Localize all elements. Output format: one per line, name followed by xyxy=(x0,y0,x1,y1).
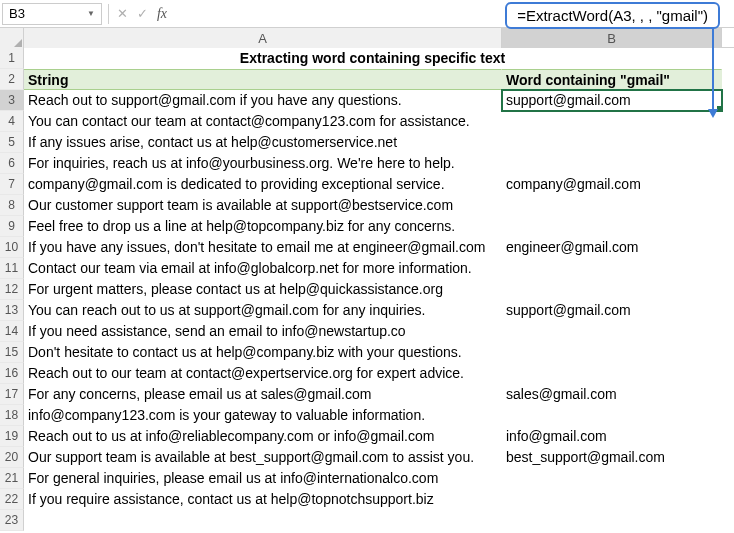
row-header[interactable]: 19 xyxy=(0,426,24,447)
cell[interactable]: For any concerns, please email us at sal… xyxy=(24,384,502,405)
row-header[interactable]: 14 xyxy=(0,321,24,342)
table-row: 23 xyxy=(0,510,734,531)
active-cell[interactable]: support@gmail.com xyxy=(502,90,722,111)
cell[interactable]: Contact our team via email at info@globa… xyxy=(24,258,502,279)
row-header[interactable]: 17 xyxy=(0,384,24,405)
column-header-b[interactable]: B xyxy=(502,28,722,48)
cell[interactable]: company@gmail.com xyxy=(502,174,722,195)
row-header[interactable]: 15 xyxy=(0,342,24,363)
row-header[interactable]: 18 xyxy=(0,405,24,426)
cell[interactable]: Feel free to drop us a line at help@topc… xyxy=(24,216,502,237)
row-header[interactable]: 4 xyxy=(0,111,24,132)
row-header[interactable]: 20 xyxy=(0,447,24,468)
column-headers: A B xyxy=(0,28,734,48)
cell[interactable] xyxy=(502,363,722,384)
row-header[interactable]: 11 xyxy=(0,258,24,279)
table-row: 5 If any issues arise, contact us at hel… xyxy=(0,132,734,153)
table-row: 16 Reach out to our team at contact@expe… xyxy=(0,363,734,384)
row-header[interactable]: 10 xyxy=(0,237,24,258)
cell[interactable]: For urgent matters, please contact us at… xyxy=(24,279,502,300)
cell[interactable]: You can reach out to us at support@gmail… xyxy=(24,300,502,321)
cell[interactable] xyxy=(502,489,722,510)
cell[interactable] xyxy=(502,321,722,342)
cell[interactable] xyxy=(502,195,722,216)
cell[interactable]: For inquiries, reach us at info@yourbusi… xyxy=(24,153,502,174)
row-header[interactable]: 13 xyxy=(0,300,24,321)
table-row: 9 Feel free to drop us a line at help@to… xyxy=(0,216,734,237)
table-row: 20 Our support team is available at best… xyxy=(0,447,734,468)
row-header[interactable]: 22 xyxy=(0,489,24,510)
cell[interactable]: company@gmail.com is dedicated to provid… xyxy=(24,174,502,195)
enter-formula-button[interactable]: ✓ xyxy=(132,3,152,25)
table-row: 6 For inquiries, reach us at info@yourbu… xyxy=(0,153,734,174)
select-all-corner[interactable] xyxy=(0,28,24,48)
cell[interactable]: If you need assistance, send an email to… xyxy=(24,321,502,342)
row-header[interactable]: 7 xyxy=(0,174,24,195)
cell[interactable]: engineer@gmail.com xyxy=(502,237,722,258)
table-row: 18 info@company123.com is your gateway t… xyxy=(0,405,734,426)
cell[interactable] xyxy=(502,258,722,279)
cell[interactable] xyxy=(24,510,502,531)
row-header[interactable]: 1 xyxy=(0,48,24,69)
cancel-formula-button[interactable]: ✕ xyxy=(112,3,132,25)
cell[interactable]: For general inquiries, please email us a… xyxy=(24,468,502,489)
cell[interactable]: best_support@gmail.com xyxy=(502,447,722,468)
row-header[interactable]: 16 xyxy=(0,363,24,384)
name-box-value: B3 xyxy=(9,6,25,21)
title-cell[interactable]: Extracting word containing specific text xyxy=(24,48,722,69)
cell[interactable] xyxy=(502,153,722,174)
row-header[interactable]: 3 xyxy=(0,90,24,111)
cell[interactable] xyxy=(502,279,722,300)
row-header[interactable]: 12 xyxy=(0,279,24,300)
header-cell-result[interactable]: Word containing "gmail" xyxy=(502,69,722,90)
cell[interactable] xyxy=(502,132,722,153)
cell[interactable] xyxy=(502,111,722,132)
cell[interactable]: support@gmail.com xyxy=(502,300,722,321)
table-row: 19 Reach out to us at info@reliablecompa… xyxy=(0,426,734,447)
cell[interactable]: Don't hesitate to contact us at help@com… xyxy=(24,342,502,363)
cell[interactable]: sales@gmail.com xyxy=(502,384,722,405)
cell[interactable]: If you require assistance, contact us at… xyxy=(24,489,502,510)
insert-function-button[interactable]: fx xyxy=(152,3,172,25)
cell[interactable] xyxy=(502,342,722,363)
cell[interactable]: Reach out to support@gmail.com if you ha… xyxy=(24,90,502,111)
cell[interactable] xyxy=(502,405,722,426)
row-header[interactable]: 6 xyxy=(0,153,24,174)
callout-arrow xyxy=(712,22,714,116)
table-row: 8 Our customer support team is available… xyxy=(0,195,734,216)
header-cell-string[interactable]: String xyxy=(24,69,502,90)
cell[interactable]: Our support team is available at best_su… xyxy=(24,447,502,468)
cell[interactable] xyxy=(502,216,722,237)
row-header[interactable]: 8 xyxy=(0,195,24,216)
divider xyxy=(108,4,109,24)
cell[interactable]: If any issues arise, contact us at help@… xyxy=(24,132,502,153)
grid: 1 Extracting word containing specific te… xyxy=(0,48,734,531)
table-row: 14 If you need assistance, send an email… xyxy=(0,321,734,342)
cell[interactable]: If you have any issues, don't hesitate t… xyxy=(24,237,502,258)
row-header[interactable]: 21 xyxy=(0,468,24,489)
table-row: 22 If you require assistance, contact us… xyxy=(0,489,734,510)
table-row: 13 You can reach out to us at support@gm… xyxy=(0,300,734,321)
name-box[interactable]: B3 ▼ xyxy=(2,3,102,25)
table-row: 17 For any concerns, please email us at … xyxy=(0,384,734,405)
cell[interactable]: Reach out to our team at contact@experts… xyxy=(24,363,502,384)
cell[interactable]: info@company123.com is your gateway to v… xyxy=(24,405,502,426)
cell[interactable] xyxy=(502,468,722,489)
cell[interactable] xyxy=(502,510,722,531)
cell[interactable]: info@gmail.com xyxy=(502,426,722,447)
row-header[interactable]: 5 xyxy=(0,132,24,153)
chevron-down-icon[interactable]: ▼ xyxy=(87,9,95,18)
cell[interactable]: You can contact our team at contact@comp… xyxy=(24,111,502,132)
table-row: 3 Reach out to support@gmail.com if you … xyxy=(0,90,734,111)
cell[interactable]: Our customer support team is available a… xyxy=(24,195,502,216)
table-row: 1 Extracting word containing specific te… xyxy=(0,48,734,69)
cell[interactable]: Reach out to us at info@reliablecompany.… xyxy=(24,426,502,447)
table-row: 10 If you have any issues, don't hesitat… xyxy=(0,237,734,258)
row-header[interactable]: 23 xyxy=(0,510,24,531)
select-all-triangle-icon xyxy=(14,39,22,47)
row-header[interactable]: 2 xyxy=(0,69,24,90)
column-header-a[interactable]: A xyxy=(24,28,502,48)
table-row: 15 Don't hesitate to contact us at help@… xyxy=(0,342,734,363)
row-header[interactable]: 9 xyxy=(0,216,24,237)
table-row: 12 For urgent matters, please contact us… xyxy=(0,279,734,300)
